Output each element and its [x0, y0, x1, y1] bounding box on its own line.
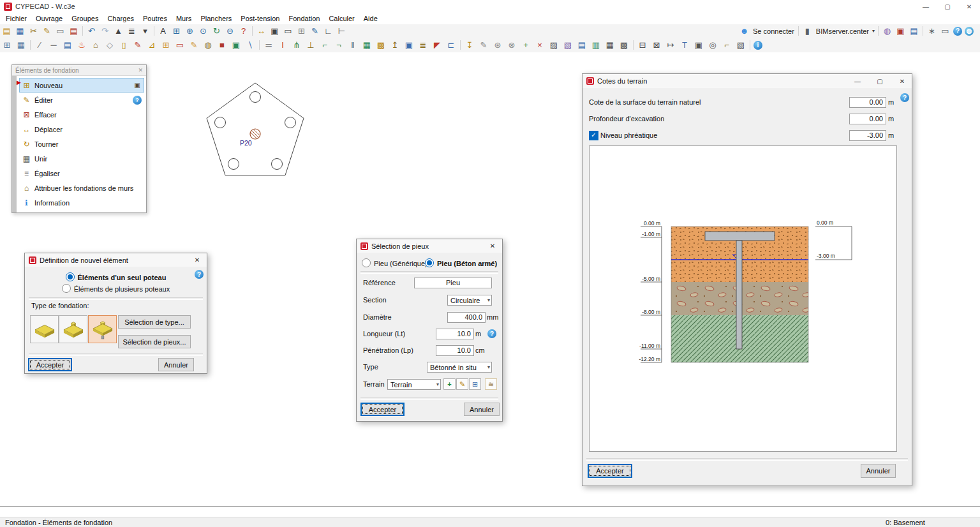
edit-slab-icon[interactable]: ▩	[374, 40, 388, 51]
terrain-profile-icon[interactable]: ≋	[485, 378, 497, 390]
beam-icon[interactable]: ═	[262, 40, 276, 51]
panel-item-extra-icon[interactable]	[133, 169, 142, 178]
copy-floor-icon[interactable]: ▣	[402, 40, 416, 51]
cut-icon[interactable]: ✂	[27, 26, 40, 37]
add-icon[interactable]: +	[519, 40, 533, 51]
diagonal-icon[interactable]: ∖	[243, 40, 257, 51]
panel-item-extra-icon[interactable]	[133, 125, 142, 134]
menu-item[interactable]: Fondation	[284, 13, 324, 24]
hatch-c-icon[interactable]: ▤	[575, 40, 589, 51]
edit-view-icon[interactable]: ✎	[308, 26, 322, 37]
cancel-button[interactable]: Annuler	[861, 464, 896, 478]
penetration-input[interactable]: 10.0	[436, 345, 474, 356]
dialog-maximize-icon[interactable]: ▢	[870, 74, 889, 88]
what-is-icon[interactable]: ?	[237, 26, 250, 37]
help-icon[interactable]: ?	[953, 27, 962, 36]
reference-input[interactable]: Pieu	[414, 278, 492, 288]
footing-type-pile-button[interactable]	[88, 315, 117, 343]
pile-circle[interactable]	[228, 159, 239, 170]
help-icon[interactable]: ?	[900, 93, 909, 102]
stairs-icon[interactable]: ≣	[416, 40, 430, 51]
pan-icon[interactable]: ↔	[255, 26, 268, 37]
menu-item[interactable]: Murs	[172, 13, 196, 24]
measure-icon[interactable]: ⌐	[720, 40, 734, 51]
origin-icon[interactable]: ∟	[322, 26, 335, 37]
info-icon[interactable]: i	[754, 41, 762, 50]
hatch-d-icon[interactable]: ▥	[589, 40, 603, 51]
beam-branch-icon[interactable]: ⋔	[290, 40, 304, 51]
column-angle-icon[interactable]: ⊿	[145, 40, 159, 51]
terrain-add-icon[interactable]: +	[443, 378, 456, 390]
panel-item[interactable]: ⌂ Attribuer les fondations de murs	[19, 181, 144, 195]
zoom-window-icon[interactable]: ⊞	[170, 26, 183, 37]
panel-item-extra-icon[interactable]: ?	[133, 96, 142, 105]
fire-resistance-icon[interactable]: ♨	[75, 40, 89, 51]
radio-pieu-generique[interactable]: Pieu (Générique)	[362, 258, 427, 267]
panel-item-extra-icon[interactable]	[133, 110, 142, 119]
selection-type-button[interactable]: Sélection de type...	[118, 315, 191, 329]
radio-on-icon[interactable]	[66, 272, 75, 281]
section-select[interactable]: Circulaire ▾	[447, 295, 492, 306]
pile-circle[interactable]	[272, 159, 283, 170]
layers-icon[interactable]: ≣	[125, 26, 138, 37]
building-icon[interactable]: ⌂	[89, 40, 103, 51]
zoom-previous-icon[interactable]: ⊖	[223, 26, 237, 37]
menu-item[interactable]: Fichier	[1, 13, 31, 24]
column-symbol[interactable]	[250, 129, 260, 139]
columns-table-icon[interactable]: ⊞	[159, 40, 173, 51]
menu-item[interactable]: Poutres	[138, 13, 172, 24]
cancel-button[interactable]: Annuler	[464, 403, 500, 416]
new-wall-icon[interactable]: ▭	[173, 40, 187, 51]
length-input[interactable]: 10.0	[436, 329, 474, 339]
panel-item[interactable]: ℹ Information	[19, 195, 144, 210]
slope-plane-icon[interactable]: ∕	[33, 40, 47, 51]
save-icon[interactable]: ▦	[13, 26, 27, 37]
texture-icon[interactable]: ▧	[734, 40, 748, 51]
pile-circle[interactable]	[215, 117, 226, 128]
menu-item[interactable]: Aide	[359, 13, 382, 24]
menu-item[interactable]: Ouvrage	[31, 13, 67, 24]
dialog-close-icon[interactable]: ✕	[188, 253, 207, 267]
pile-circle[interactable]	[285, 117, 296, 128]
terrain-table-icon[interactable]: ⊞	[469, 378, 481, 390]
undo-icon[interactable]: ↶	[85, 26, 98, 37]
section-icon[interactable]: ⊠	[650, 40, 664, 51]
foundation-beam-icon[interactable]: ⊏	[444, 40, 458, 51]
hatch-a-icon[interactable]: ▨	[547, 40, 561, 51]
panel-item[interactable]: ≡ Égaliser	[19, 166, 144, 181]
text-icon[interactable]: T	[678, 40, 692, 51]
terrain-edit-icon[interactable]: ✎	[456, 378, 468, 390]
zoom-extents-icon[interactable]: ⊙	[197, 26, 210, 37]
raise-icon[interactable]: ↥	[388, 40, 402, 51]
redo-icon[interactable]: ↷	[98, 26, 112, 37]
remove-icon[interactable]: ×	[533, 40, 547, 51]
link-icon[interactable]: ⊗	[505, 40, 519, 51]
edit-drawing-icon[interactable]: ✎	[40, 26, 54, 37]
maximize-button[interactable]: ▢	[937, 0, 958, 13]
copy-icon[interactable]: ▣	[229, 40, 243, 51]
menu-item[interactable]: Calculer	[324, 13, 359, 24]
pile-cap-drawing[interactable]: P20	[191, 73, 319, 188]
se-connecter-label[interactable]: Se connecter	[753, 27, 794, 35]
full-screen-icon[interactable]: ▭	[281, 26, 295, 37]
export-bim-icon[interactable]: ▤	[907, 26, 921, 37]
footing-type-2-button[interactable]	[59, 315, 87, 343]
user-icon[interactable]: ☻	[738, 26, 751, 37]
panel-item[interactable]: ✎ Éditer ?	[19, 93, 144, 107]
sheet-icon[interactable]: ▭	[54, 26, 67, 37]
selection-pieux-button[interactable]: Sélection de pieux...	[118, 335, 191, 348]
panel-item[interactable]: ↔ Déplacer	[19, 122, 144, 137]
zoom-in-icon[interactable]: ⊕	[183, 26, 197, 37]
panel-close-icon[interactable]: ✕	[138, 67, 143, 73]
accept-button[interactable]: Accepter	[360, 403, 405, 416]
diameter-input[interactable]: 400.0	[447, 312, 486, 323]
view-grid-icon[interactable]: ⊞	[0, 40, 14, 51]
radio-pieu-beton[interactable]: Pieu (Béton armé)	[425, 258, 497, 267]
panel-item[interactable]: ⊞ Nouveau ▣	[19, 78, 144, 93]
hatch-b-icon[interactable]: ▧	[561, 40, 575, 51]
snapshot-icon[interactable]: ▣	[692, 40, 706, 51]
menu-item[interactable]: Charges	[103, 13, 138, 24]
views-icon[interactable]: ■	[215, 40, 229, 51]
panel-item[interactable]: ▦ Unir	[19, 151, 144, 166]
panel-item-extra-icon[interactable]	[137, 184, 145, 193]
